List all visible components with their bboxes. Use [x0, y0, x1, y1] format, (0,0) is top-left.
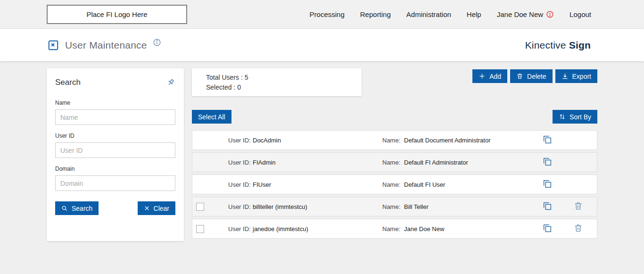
copy-icon[interactable] — [542, 201, 553, 213]
user-id-label: User ID: — [228, 159, 253, 166]
user-id-label: User ID: — [228, 181, 253, 188]
summary-box: Total Users : 5 Selected : 0 — [192, 68, 362, 96]
nav-processing[interactable]: Processing — [310, 10, 345, 18]
user-id-value: FIAdmin — [253, 159, 382, 166]
row-delete-icon[interactable] — [573, 223, 583, 234]
nav-logout[interactable]: Logout — [570, 10, 591, 18]
name-input[interactable] — [55, 109, 175, 125]
add-button[interactable]: Add — [472, 69, 507, 83]
nav-help[interactable]: Help — [467, 10, 481, 18]
download-icon — [561, 73, 569, 80]
select-all-button[interactable]: Select All — [192, 110, 231, 124]
name-field-label: Name — [55, 100, 175, 106]
user-id-value: billteller (immtestcu) — [253, 203, 382, 210]
name-label: Name: — [382, 137, 404, 144]
clear-icon — [144, 205, 150, 211]
row-checkbox[interactable] — [196, 225, 204, 233]
nav-reporting[interactable]: Reporting — [360, 10, 391, 18]
copy-icon[interactable] — [542, 179, 553, 191]
table-row: User ID: FIAdmin Name: Default FI Admini… — [192, 152, 597, 172]
main-area: Search Name User ID Domain — [0, 61, 644, 241]
name-label: Name: — [382, 225, 404, 232]
name-value: Default FI Administrator — [404, 159, 536, 166]
userid-input[interactable] — [55, 142, 175, 158]
search-panel: Search Name User ID Domain — [47, 68, 184, 241]
domain-field-label: Domain — [55, 166, 175, 172]
user-id-label: User ID: — [228, 137, 253, 144]
name-value: Bill Teller — [404, 203, 536, 210]
brand-logo: Kinective Sign — [525, 40, 591, 51]
top-navigation: Processing Reporting Administration Help… — [310, 10, 591, 18]
sort-by-button[interactable]: Sort By — [553, 110, 597, 124]
row-checkbox[interactable] — [196, 203, 204, 211]
export-button[interactable]: Export — [555, 69, 597, 83]
name-value: Default FI User — [404, 181, 536, 188]
name-label: Name: — [382, 203, 404, 210]
selected-count-text: Selected : 0 — [206, 83, 362, 92]
table-row: User ID: billteller (immtestcu) Name: Bi… — [192, 197, 597, 216]
nav-administration[interactable]: Administration — [406, 10, 451, 18]
info-icon[interactable] — [153, 38, 161, 47]
user-id-value: FIUser — [253, 181, 382, 188]
clear-button[interactable]: Clear — [138, 201, 175, 215]
plus-icon — [479, 73, 486, 80]
top-bar: Place FI Logo Here Processing Reporting … — [0, 0, 644, 29]
sub-header: User Maintenance Kinective Sign — [0, 29, 644, 61]
search-panel-title: Search — [55, 78, 81, 87]
table-row: User ID: FIUser Name: Default FI User — [192, 174, 597, 194]
user-list: User ID: DocAdmin Name: Default Document… — [192, 130, 597, 239]
user-id-value: DocAdmin — [253, 137, 382, 144]
user-id-label: User ID: — [228, 203, 253, 210]
fi-logo-placeholder: Place FI Logo Here — [47, 5, 187, 24]
copy-icon[interactable] — [542, 223, 553, 235]
row-delete-icon[interactable] — [573, 201, 583, 212]
domain-input[interactable] — [55, 175, 175, 191]
table-row: User ID: DocAdmin Name: Default Document… — [192, 130, 597, 150]
name-value: Jane Doe New — [404, 225, 536, 232]
page-title: User Maintenance — [65, 40, 147, 51]
name-value: Default Document Administrator — [404, 137, 536, 144]
user-alert-icon[interactable] — [546, 10, 554, 18]
user-id-value: janedoe (immtestcu) — [253, 225, 382, 232]
userid-field-label: User ID — [55, 133, 175, 139]
trash-icon — [516, 73, 523, 80]
sort-icon — [559, 113, 566, 120]
user-maintenance-icon — [47, 39, 59, 51]
copy-icon[interactable] — [542, 134, 553, 146]
search-icon — [61, 205, 68, 212]
total-users-text: Total Users : 5 — [206, 73, 362, 83]
pin-icon[interactable] — [166, 78, 175, 89]
nav-current-user[interactable]: Jane Doe New — [497, 10, 554, 18]
search-button[interactable]: Search — [55, 201, 99, 215]
name-label: Name: — [382, 181, 404, 188]
user-id-label: User ID: — [228, 225, 253, 232]
content-area: Total Users : 5 Selected : 0 Add — [192, 68, 597, 241]
table-row: User ID: janedoe (immtestcu) Name: Jane … — [192, 219, 597, 239]
name-label: Name: — [382, 159, 404, 166]
delete-button[interactable]: Delete — [510, 69, 552, 83]
copy-icon[interactable] — [542, 157, 553, 168]
